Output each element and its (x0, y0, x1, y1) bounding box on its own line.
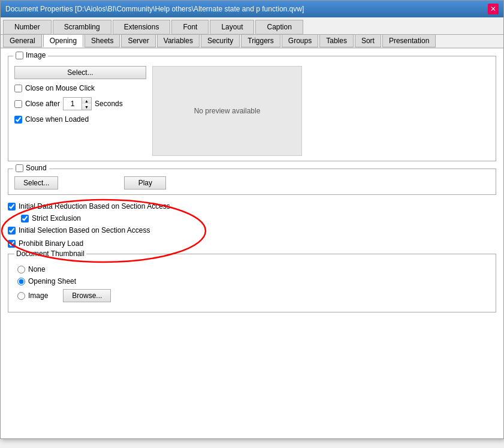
image-checkbox[interactable] (16, 52, 23, 59)
tab-top-layout[interactable]: Layout (210, 20, 254, 34)
spinner-buttons: ▲ ▼ (82, 98, 91, 110)
initial-selection-row: Initial Selection Based on Section Acces… (8, 226, 496, 234)
close-window-button[interactable]: ✕ (488, 4, 499, 14)
document-properties-window: Document Properties [D:\Aiolos\BI\Commun… (0, 0, 504, 439)
strict-exclusion-checkbox[interactable] (21, 215, 29, 223)
tab-top-extensions[interactable]: Extensions (113, 20, 171, 34)
sound-checkbox[interactable] (16, 164, 23, 172)
thumbnail-opening-sheet-label: Opening Sheet (28, 277, 76, 285)
sound-section: Sound Select... Play (8, 169, 496, 195)
prohibit-binary-load-label: Prohibit Binary Load (19, 239, 83, 248)
close-after-label: Close after (25, 100, 60, 108)
sound-section-title: Sound (13, 164, 49, 172)
strict-exclusion-label: Strict Exclusion (32, 214, 81, 223)
thumbnail-options: None Opening Sheet Image Browse... (17, 260, 487, 302)
close-after-checkbox[interactable] (14, 100, 22, 108)
tab-security[interactable]: Security (201, 35, 240, 47)
main-content: Image Select... Close on Mouse Click Clo… (1, 49, 503, 438)
thumbnail-section: Document Thumbnail None Opening Sheet Im… (8, 254, 496, 312)
tab-sheets[interactable]: Sheets (84, 35, 120, 47)
title-bar: Document Properties [D:\Aiolos\BI\Commun… (1, 1, 503, 17)
thumbnail-image-label: Image (28, 291, 48, 300)
initial-selection-label: Initial Selection Based on Section Acces… (19, 226, 150, 234)
window-title: Document Properties [D:\Aiolos\BI\Commun… (5, 5, 488, 13)
prohibit-binary-load-row: Prohibit Binary Load (8, 239, 496, 248)
close-after-input[interactable] (64, 98, 82, 110)
image-section-title: Image (13, 51, 48, 59)
thumbnail-image-radio[interactable] (17, 292, 25, 300)
tab-sort[interactable]: Sort (355, 35, 381, 47)
tab-triggers[interactable]: Triggers (241, 35, 280, 47)
image-select-button[interactable]: Select... (14, 66, 146, 79)
sound-section-inner: Select... Play (14, 176, 490, 190)
image-preview-box: No preview available (152, 66, 302, 156)
close-after-row: Close after ▲ ▼ Seconds (14, 97, 146, 110)
tab-top-scrambling[interactable]: Scrambling (53, 20, 111, 34)
close-on-mouse-click-checkbox[interactable] (14, 85, 22, 92)
tab-groups[interactable]: Groups (282, 35, 318, 47)
sound-label: Sound (26, 164, 47, 172)
strict-exclusion-row: Strict Exclusion (21, 214, 496, 223)
tabs-container: Number Scrambling Extensions Font Layout… (1, 17, 503, 49)
initial-selection-checkbox[interactable] (8, 227, 16, 234)
close-when-loaded-row: Close when Loaded (14, 115, 146, 124)
close-on-mouse-click-label: Close on Mouse Click (25, 84, 95, 92)
sound-select-button[interactable]: Select... (14, 176, 58, 190)
thumbnail-image-row: Image Browse... (17, 289, 487, 302)
image-section-inner: Select... Close on Mouse Click Close aft… (14, 66, 490, 156)
tab-top-font[interactable]: Font (171, 20, 209, 34)
image-section-right: No preview available (152, 66, 490, 156)
tab-variables[interactable]: Variables (157, 35, 200, 47)
spinner-up-button[interactable]: ▲ (82, 98, 91, 104)
image-section: Image Select... Close on Mouse Click Clo… (8, 56, 496, 161)
tab-top-number[interactable]: Number (3, 20, 52, 34)
thumbnail-title: Document Thumbnail (14, 249, 86, 258)
close-when-loaded-checkbox[interactable] (14, 116, 22, 124)
image-section-left: Select... Close on Mouse Click Close aft… (14, 66, 146, 124)
tab-general[interactable]: General (3, 35, 42, 47)
thumbnail-opening-sheet-radio[interactable] (17, 278, 25, 285)
tab-server[interactable]: Server (121, 35, 155, 47)
thumbnail-none-label: None (28, 265, 46, 273)
initial-data-reduction-label: Initial Data Reduction Based on Section … (19, 202, 170, 211)
thumbnail-opening-sheet-row: Opening Sheet (17, 277, 487, 285)
close-after-spinner: ▲ ▼ (63, 97, 92, 110)
tab-top-caption[interactable]: Caption (255, 20, 303, 34)
initial-data-reduction-checkbox[interactable] (8, 203, 16, 211)
tab-tables[interactable]: Tables (319, 35, 354, 47)
top-tabs-row: Number Scrambling Extensions Font Layout… (1, 17, 503, 34)
no-preview-text: No preview available (194, 107, 261, 115)
sound-play-button[interactable]: Play (124, 176, 166, 190)
seconds-label: Seconds (95, 100, 123, 108)
bottom-tabs-row: General Opening Sheets Server Variables … (1, 34, 503, 47)
close-on-mouse-click-row: Close on Mouse Click (14, 84, 146, 92)
close-when-loaded-label: Close when Loaded (25, 115, 89, 124)
thumbnail-browse-button[interactable]: Browse... (63, 289, 111, 302)
prohibit-binary-load-checkbox[interactable] (8, 240, 16, 248)
spinner-down-button[interactable]: ▼ (82, 104, 91, 110)
thumbnail-none-radio[interactable] (17, 266, 25, 273)
image-label: Image (26, 51, 46, 59)
thumbnail-none-row: None (17, 265, 487, 273)
tab-opening[interactable]: Opening (43, 35, 83, 47)
security-area: Initial Data Reduction Based on Section … (8, 202, 496, 234)
initial-data-reduction-row: Initial Data Reduction Based on Section … (8, 202, 496, 211)
tab-presentation[interactable]: Presentation (382, 35, 436, 47)
